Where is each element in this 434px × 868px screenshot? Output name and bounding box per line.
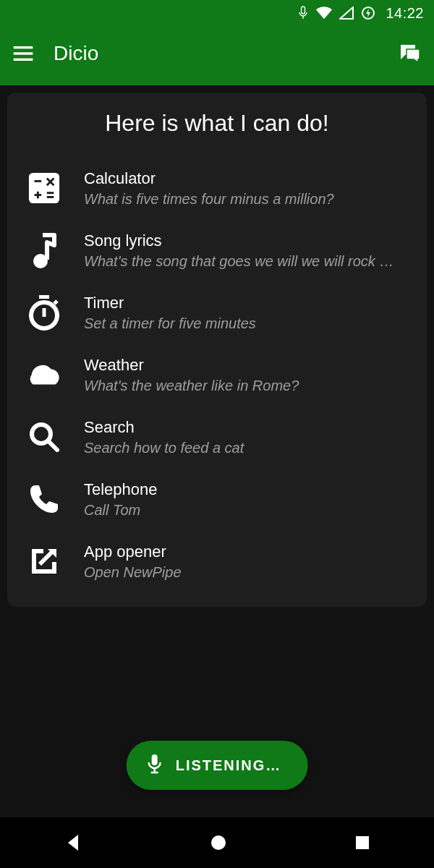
charging-icon bbox=[361, 6, 375, 20]
nav-back-button[interactable] bbox=[64, 833, 82, 852]
skill-subtitle: Set a timer for five minutes bbox=[84, 315, 409, 332]
nav-home-button[interactable] bbox=[210, 834, 227, 851]
cloud-icon bbox=[25, 355, 64, 394]
skill-timer[interactable]: Timer Set a timer for five minutes bbox=[25, 281, 409, 344]
calculator-icon bbox=[25, 169, 64, 208]
skill-weather[interactable]: Weather What's the weather like in Rome? bbox=[25, 344, 409, 406]
svg-point-24 bbox=[211, 835, 226, 850]
svg-rect-4 bbox=[14, 52, 33, 54]
skill-subtitle: What is five times four minus a million? bbox=[84, 191, 409, 208]
svg-rect-15 bbox=[39, 295, 49, 299]
skill-subtitle: Open NewPipe bbox=[84, 564, 409, 581]
status-bar: 14:22 bbox=[0, 0, 434, 26]
app-title: Dicio bbox=[54, 42, 379, 65]
skills-card: Here is what I can do! bbox=[7, 93, 427, 607]
svg-rect-5 bbox=[14, 59, 33, 61]
navigation-bar bbox=[0, 817, 434, 868]
skill-title: Weather bbox=[84, 356, 409, 375]
music-note-icon bbox=[25, 231, 64, 270]
svg-rect-25 bbox=[356, 836, 369, 849]
cell-signal-icon bbox=[339, 7, 354, 20]
svg-line-20 bbox=[48, 441, 57, 450]
skill-search[interactable]: Search Search how to feed a cat bbox=[25, 406, 409, 468]
mic-status-icon bbox=[297, 6, 309, 20]
skill-title: Telephone bbox=[84, 480, 409, 499]
svg-rect-3 bbox=[14, 46, 33, 48]
skill-title: Search bbox=[84, 418, 409, 437]
skill-title: App opener bbox=[84, 542, 409, 561]
skill-title: Calculator bbox=[84, 169, 409, 188]
skill-subtitle: Call Tom bbox=[84, 502, 409, 519]
svg-point-14 bbox=[33, 254, 48, 268]
wifi-icon bbox=[316, 7, 332, 20]
card-heading: Here is what I can do! bbox=[25, 110, 409, 137]
skill-telephone[interactable]: Telephone Call Tom bbox=[25, 468, 409, 530]
mic-icon bbox=[147, 753, 163, 778]
listen-button[interactable]: LISTENING… bbox=[127, 741, 308, 790]
status-time: 14:22 bbox=[386, 5, 424, 22]
skill-subtitle: What's the weather like in Rome? bbox=[84, 378, 409, 394]
skill-calculator[interactable]: Calculator What is five times four minus… bbox=[25, 157, 409, 219]
open-external-icon bbox=[25, 542, 64, 581]
search-icon bbox=[25, 417, 64, 456]
main-content: Here is what I can do! bbox=[0, 85, 434, 817]
skill-subtitle: Search how to feed a cat bbox=[84, 440, 409, 456]
skill-title: Timer bbox=[84, 294, 409, 312]
timer-icon bbox=[25, 293, 64, 332]
phone-icon bbox=[25, 480, 64, 519]
svg-rect-21 bbox=[152, 754, 158, 765]
skill-title: Song lyrics bbox=[84, 231, 409, 250]
nav-recent-button[interactable] bbox=[354, 835, 370, 851]
skill-subtitle: What's the song that goes we will we wil… bbox=[84, 253, 409, 270]
svg-rect-6 bbox=[29, 173, 59, 203]
skill-app-opener[interactable]: App opener Open NewPipe bbox=[25, 530, 409, 592]
app-bar: Dicio bbox=[0, 26, 434, 85]
svg-line-18 bbox=[54, 301, 57, 304]
listen-label: LISTENING… bbox=[176, 757, 282, 774]
chat-icon[interactable] bbox=[399, 43, 421, 64]
svg-rect-0 bbox=[302, 7, 305, 14]
skill-song-lyrics[interactable]: Song lyrics What's the song that goes we… bbox=[25, 219, 409, 281]
hamburger-menu-icon[interactable] bbox=[13, 46, 33, 61]
